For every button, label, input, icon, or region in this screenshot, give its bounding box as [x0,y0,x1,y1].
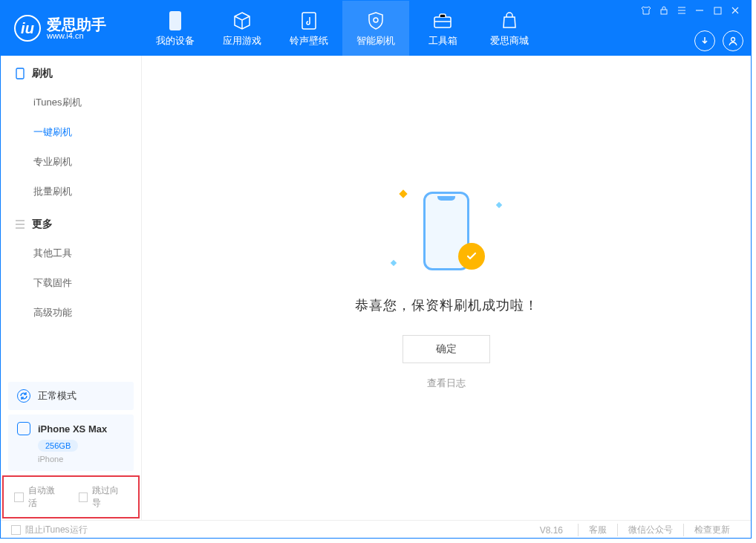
sidebar-item-advanced[interactable]: 高级功能 [1,298,141,328]
tab-label: 我的设备 [156,34,195,48]
svg-rect-3 [434,17,451,27]
phone-small-icon [17,422,30,435]
view-log-link[interactable]: 查看日志 [427,377,466,390]
main-content: 恭喜您，保资料刷机成功啦！ 确定 查看日志 [142,56,751,520]
sidebar: 刷机 iTunes刷机 一键刷机 专业刷机 批量刷机 更多 其他工具 下载固件 … [1,56,142,520]
footer: 阻止iTunes运行 V8.16 客服 微信公众号 检查更新 [1,520,751,539]
checkbox-icon [79,492,88,502]
svg-rect-0 [169,11,181,30]
maximize-button[interactable] [709,4,726,17]
footer-link-service[interactable]: 客服 [578,524,617,536]
sidebar-item-one-key-flash[interactable]: 一键刷机 [1,117,141,147]
tab-label: 铃声壁纸 [290,34,328,48]
tab-label: 爱思商城 [490,34,529,48]
lock-icon[interactable] [656,4,672,17]
logo-area: iu 爱思助手 www.i4.cn [1,1,142,56]
checkbox-icon [14,492,24,502]
download-icon[interactable] [694,30,715,51]
sidebar-item-other-tools[interactable]: 其他工具 [1,238,141,268]
success-illustration [402,186,491,276]
ok-button[interactable]: 确定 [403,335,490,363]
list-icon [14,218,26,230]
phone-icon [163,9,187,33]
svg-rect-1 [302,13,316,29]
music-file-icon [297,9,321,33]
device-icon [14,68,26,79]
success-message: 恭喜您，保资料刷机成功啦！ [355,296,538,314]
device-type: iPhone [38,455,125,464]
device-capacity: 256GB [38,440,78,452]
tab-label: 应用游戏 [223,34,261,48]
mode-box[interactable]: 正常模式 [8,382,134,410]
bag-icon [498,9,521,33]
cube-icon [230,9,254,33]
svg-rect-5 [714,7,721,14]
shield-icon [364,9,388,33]
app-title: 爱思助手 www.i4.cn [47,17,106,40]
header: iu 爱思助手 www.i4.cn 我的设备 应用游戏 铃声壁纸 智能刷机 [1,1,751,56]
sidebar-item-pro-flash[interactable]: 专业刷机 [1,147,141,177]
footer-link-wechat[interactable]: 微信公众号 [617,524,683,536]
checkbox-auto-activate[interactable]: 自动激活 [14,484,64,510]
version-label: V8.16 [540,525,563,536]
user-icon[interactable] [723,30,743,51]
app-window: iu 爱思助手 www.i4.cn 我的设备 应用游戏 铃声壁纸 智能刷机 [0,0,752,539]
svg-rect-7 [16,68,24,79]
window-controls [630,1,751,20]
checkbox-skip-guide[interactable]: 跳过向导 [79,484,128,510]
checkbox-block-itunes[interactable]: 阻止iTunes运行 [11,524,88,536]
device-name: iPhone XS Max [38,423,107,435]
sidebar-section-more: 更多 [1,207,141,238]
tab-store[interactable]: 爱思商城 [476,1,543,56]
footer-link-update[interactable]: 检查更新 [683,524,740,536]
svg-point-6 [731,38,735,42]
briefcase-icon [431,9,454,33]
refresh-icon [17,389,30,403]
body-area: 刷机 iTunes刷机 一键刷机 专业刷机 批量刷机 更多 其他工具 下载固件 … [1,56,751,520]
sidebar-item-itunes-flash[interactable]: iTunes刷机 [1,88,141,117]
mode-label: 正常模式 [38,389,76,403]
tab-label: 工具箱 [428,34,457,48]
menu-icon[interactable] [674,4,690,17]
checkbox-icon [11,525,21,535]
sidebar-bottom: 正常模式 iPhone XS Max 256GB iPhone 自动激活 [1,377,141,520]
tab-smart-flash[interactable]: 智能刷机 [342,1,409,56]
sidebar-item-batch-flash[interactable]: 批量刷机 [1,177,141,207]
device-box[interactable]: iPhone XS Max 256GB iPhone [8,414,134,471]
close-button[interactable] [727,4,743,17]
sidebar-item-download-fw[interactable]: 下载固件 [1,268,141,298]
sidebar-section-flash: 刷机 [1,56,141,88]
tab-apps-games[interactable]: 应用游戏 [209,1,276,56]
minimize-button[interactable] [691,4,708,17]
app-name: 爱思助手 [47,17,106,32]
checkmark-badge-icon [458,243,485,270]
tab-label: 智能刷机 [356,34,395,48]
nav-tabs: 我的设备 应用游戏 铃声壁纸 智能刷机 工具箱 爱思商城 [142,1,543,56]
app-url: www.i4.cn [47,32,106,40]
tab-my-device[interactable]: 我的设备 [142,1,209,56]
tab-ring-wallpaper[interactable]: 铃声壁纸 [276,1,342,56]
app-logo-icon: iu [14,15,41,42]
tab-toolbox[interactable]: 工具箱 [409,1,476,56]
svg-rect-4 [661,10,667,14]
highlighted-options: 自动激活 跳过向导 [2,475,140,518]
svg-point-2 [374,18,378,22]
shirt-icon[interactable] [638,4,654,17]
header-right-icons [694,30,743,51]
